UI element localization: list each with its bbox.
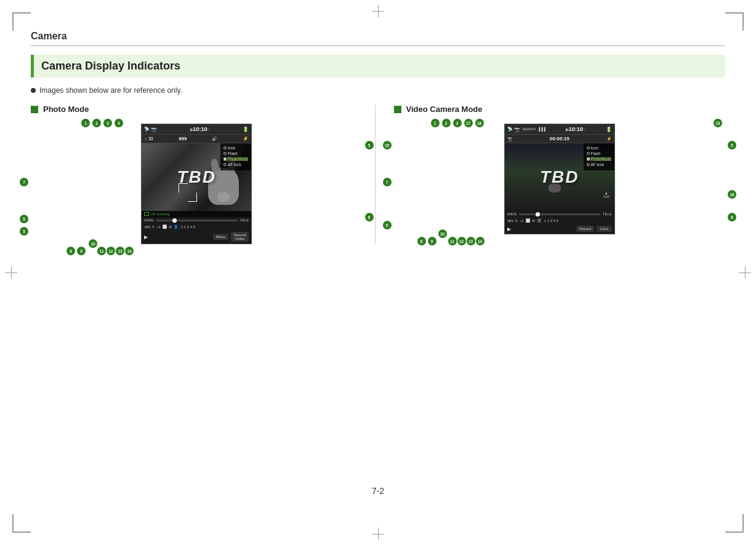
v-callout-1: 1 — [431, 119, 440, 127]
v-cont-button[interactable]: Cont. — [597, 226, 611, 232]
v-menu-icon-item: Icon — [587, 146, 611, 150]
record-button[interactable]: Record/video — [231, 232, 249, 242]
v-bottom-icon-6: 🎬 — [537, 218, 541, 223]
photo-mode-camera-container: 1 2 3 4 5 7 6 5 5 8 9 10 11 12 13 1 — [31, 124, 363, 244]
v-tbd-watermark: TBD — [540, 167, 579, 187]
v-cam-bottom-icons: 380 S +1 ⬜ ⚙ 🎬 1 2 3 4 5 — [505, 217, 614, 224]
v-bottom-icon-4: ⬜ — [526, 218, 530, 223]
v-callout-17: 17 — [464, 119, 473, 127]
v-menu-flash-item: Flash — [587, 151, 611, 156]
callout-14: 14 — [125, 247, 134, 255]
v-photo-mode-cam-icon: 📷 — [514, 127, 520, 132]
menu-photomode-label: PhotoMode — [228, 157, 248, 161]
v-bottom-icon-1: 380 — [507, 219, 513, 223]
menu-icon-item: Icon — [223, 146, 248, 150]
bottom-icon-2: F — [152, 225, 155, 229]
photo-mode-cam-icon: 📷 — [151, 127, 157, 132]
callout-4: 4 — [115, 119, 123, 127]
zoom-thumb-photo — [172, 218, 177, 223]
photo-mode-square-icon — [31, 106, 38, 113]
page-number: 7-2 — [372, 486, 384, 496]
v-timer-display: 00:00:15 — [550, 136, 569, 141]
focus-bracket-tl — [179, 183, 188, 193]
two-column-layout: Photo Mode 1 2 3 4 5 7 6 5 5 — [31, 105, 725, 244]
battery-icon: 🔋 — [243, 127, 249, 132]
v-zoom-wide-label: WIDE — [507, 212, 517, 216]
v-bottom-icon-2: S — [515, 219, 518, 223]
section-title: Camera — [31, 31, 725, 46]
callout-2: 2 — [92, 119, 101, 127]
main-content: Camera Camera Display Indicators Images … — [31, 31, 725, 514]
zoom-tele-label-photo: TELE — [239, 218, 249, 222]
video-mode-column: Video Camera Mode 1 2 3 17 18 19 5 15 7 … — [376, 105, 726, 244]
callout-7: 7 — [20, 178, 28, 186]
focus-bracket-br — [188, 193, 197, 202]
v-callout-3: 3 — [453, 119, 462, 127]
menu-flash-item: Flash — [223, 151, 248, 156]
cross-mark-right — [739, 266, 751, 279]
cam-bottom-icons-photo: 480 F +1 ⬜ ⚙ 👤 1 2 3 4 5 — [142, 223, 251, 230]
v-second-row-left: 📷 — [507, 137, 513, 141]
v-callout-9: 9 — [428, 237, 436, 245]
v-play-button: ▶ — [507, 226, 511, 232]
cam-side-menu-photo: Icon Flash PhotoMode — [220, 143, 251, 170]
cam-bottom-btns-photo: ▶ Menu Record/video — [142, 230, 251, 244]
menu-flash-label: Flash — [228, 151, 238, 156]
callout-13: 13 — [116, 247, 124, 255]
cam-speaker-icon: 🔊 — [212, 137, 217, 141]
v-callout-5b: 5 — [383, 221, 392, 229]
cam-af-bar: AF tracking — [142, 211, 251, 217]
menu-dot-aflock — [223, 163, 227, 166]
af-tracking-icon — [144, 212, 149, 216]
v-signal-icon: 📡 — [507, 127, 513, 132]
callout-5b: 5 — [20, 215, 28, 223]
v-cam-second-row: 📷 00:00:15 ⚡ — [505, 135, 614, 143]
cam-zoom-bar-photo: WIDE TELE — [142, 217, 251, 223]
menu-photomode-item: PhotoMode — [223, 157, 248, 161]
callout-9: 9 — [77, 247, 86, 255]
corner-mark-br — [725, 514, 744, 533]
v-record-button[interactable]: Record — [576, 226, 594, 232]
callout-1: 1 — [81, 119, 90, 127]
zoom-track-photo — [156, 220, 237, 221]
cam-second-row-photo: ☆ 🖼 999 🔊 ⚡ — [142, 135, 251, 143]
v-callout-16: 16 — [728, 190, 736, 199]
v-menu-photomode-item: PhotoMode — [587, 157, 611, 161]
photo-mode-screen: 📡 📷 ▶10:10□ 🔋 ☆ 🖼 — [141, 124, 252, 244]
video-mode-screen: 📡 📷 MEMORY ▐▐▐ ▶10:10□ 🔋 — [504, 124, 615, 234]
menu-button[interactable]: Menu — [213, 234, 228, 240]
v-callout-5a: 5 — [728, 141, 736, 149]
v-zoom-thumb — [536, 212, 540, 217]
bottom-numbers: 1 2 3 4 5 — [181, 225, 195, 229]
ref-note-row: Images shown below are for reference onl… — [31, 86, 725, 95]
bottom-icon-4: ⬜ — [163, 225, 167, 229]
photo-mode-label: Photo Mode — [43, 105, 89, 114]
photo-mode-heading: Photo Mode — [31, 105, 363, 114]
corner-mark-tr — [725, 12, 744, 31]
v-cam-top-icons-left: 📡 📷 MEMORY ▐▐▐ — [507, 127, 545, 132]
v-bottom-numbers: 1 2 3 4 5 — [544, 219, 558, 223]
cam-counter-display: ▶10:10□ — [190, 126, 210, 132]
cam-top-icons-left: 📡 📷 — [144, 127, 157, 132]
callout-5a: 5 — [365, 141, 374, 149]
callout-6: 6 — [365, 213, 374, 221]
menu-aflock-label: AF lock — [228, 162, 241, 167]
af-tracking-text: AF tracking — [151, 212, 169, 216]
callout-5c: 5 — [20, 227, 28, 236]
cam-zoom-bar-video: WIDE TELE — [505, 211, 614, 217]
v-callout-8: 8 — [417, 237, 426, 245]
zoom-wide-label-photo: WIDE — [144, 218, 154, 222]
ref-note-text: Images shown below are for reference onl… — [39, 86, 182, 95]
video-mode-label: Video Camera Mode — [406, 105, 483, 114]
bullet-icon — [31, 88, 36, 93]
cam-viewfinder-video: TBD ▲ TOP Icon — [505, 143, 614, 211]
v-callout-18: 18 — [475, 119, 484, 127]
signal-icon: 📡 — [144, 127, 150, 132]
cam-flash-icon: ⚡ — [243, 136, 249, 141]
callout-12: 12 — [107, 247, 115, 255]
cam-small-icons: ☆ 🖼 — [144, 137, 153, 141]
menu-dot-flash — [223, 152, 227, 155]
v-menu-dot-icon — [587, 146, 590, 149]
memory-label: MEMORY — [523, 127, 536, 131]
corner-mark-tl — [12, 12, 31, 31]
